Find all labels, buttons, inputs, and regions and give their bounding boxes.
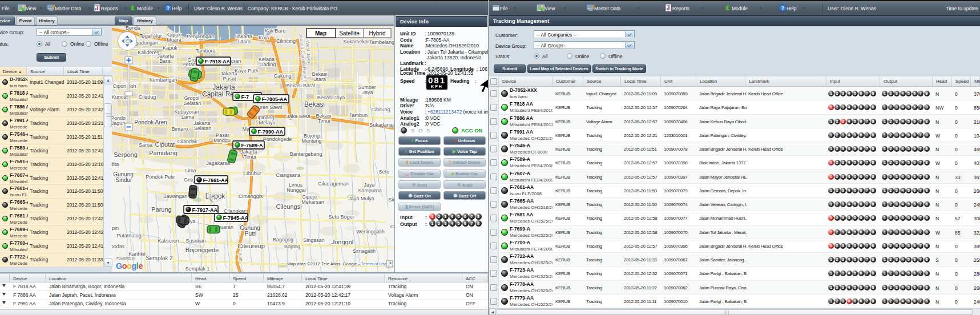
svg-text:Setu: Setu xyxy=(379,169,390,175)
svg-text:Tambelang: Tambelang xyxy=(369,39,394,45)
svg-text:Jaya: Jaya xyxy=(362,90,373,95)
svg-text:POWERED BY: POWERED BY xyxy=(116,257,136,260)
svg-text:Tambora: Tambora xyxy=(195,48,215,54)
svg-text:Pusat: Pusat xyxy=(223,76,236,82)
svg-text:Jagakarsa: Jagakarsa xyxy=(206,160,230,166)
svg-text:Minggu: Minggu xyxy=(213,138,231,143)
svg-text:Sirnagalih: Sirnagalih xyxy=(353,248,376,254)
svg-text:Muara: Muara xyxy=(167,37,182,43)
svg-text:(toll): (toll) xyxy=(237,252,243,262)
svg-text:gadungan: gadungan xyxy=(135,40,158,46)
svg-text:Timur: Timur xyxy=(318,118,331,124)
svg-text:Timur: Timur xyxy=(244,154,257,160)
svg-text:Hybrid: Hybrid xyxy=(369,30,386,37)
svg-text:Kapuk: Kapuk xyxy=(163,45,178,51)
svg-text:Putri: Putri xyxy=(245,231,257,237)
svg-text:Susukan: Susukan xyxy=(185,238,205,244)
svg-text:Serpong: Serpong xyxy=(114,151,138,158)
svg-text:Kayu Puth: Kayu Puth xyxy=(235,68,259,74)
svg-text:F-7: F-7 xyxy=(241,94,249,100)
svg-text:Sawangan: Sawangan xyxy=(163,193,188,199)
svg-text:Melayu: Melayu xyxy=(259,120,275,126)
svg-text:Grog: Grog xyxy=(184,177,195,183)
svg-text:Cipon doh: Cipon doh xyxy=(112,83,136,89)
svg-text:ibodas: ibodas xyxy=(112,244,125,249)
svg-text:Mekarsari: Mekarsari xyxy=(301,199,324,205)
svg-text:Pondok Aren: Pondok Aren xyxy=(134,119,167,126)
svg-text:Cilincing: Cilincing xyxy=(276,38,296,44)
svg-text:Cimanggis: Cimanggis xyxy=(239,193,263,199)
svg-text:Bojong: Bojong xyxy=(284,244,300,249)
svg-text:Sindur: Sindur xyxy=(116,177,133,183)
svg-text:Satellite: Satellite xyxy=(339,30,360,37)
svg-text:Tambun: Tambun xyxy=(349,112,368,118)
svg-text:Pamulang: Pamulang xyxy=(149,150,178,156)
svg-text:Tegal Alur: Tegal Alur xyxy=(139,33,162,39)
svg-text:Setu Bogor: Setu Bogor xyxy=(328,214,354,220)
svg-text:Semplak 1: Semplak 1 xyxy=(185,266,210,272)
svg-text:F-7661-AA: F-7661-AA xyxy=(203,177,229,183)
svg-text:Bagogog: Bagogog xyxy=(273,237,293,243)
svg-text:Cilandak: Cilandak xyxy=(177,139,197,144)
svg-text:F-7917-AA: F-7917-AA xyxy=(192,207,218,213)
svg-text:Barat: Barat xyxy=(159,58,172,64)
svg-text:Jaya: Jaya xyxy=(364,182,374,188)
svg-text:Ciangsana: Ciangsana xyxy=(276,172,300,178)
svg-text:Cikarageman: Cikarageman xyxy=(318,181,349,187)
svg-text:Cibitung: Cibitung xyxy=(371,107,390,112)
svg-text:Capital Re: Capital Re xyxy=(202,90,234,98)
svg-text:?: ? xyxy=(167,5,170,11)
svg-text:dita: dita xyxy=(112,161,119,167)
svg-text:Sukadanau: Sukadanau xyxy=(369,122,394,128)
svg-text:F-7805-AA: F-7805-AA xyxy=(262,96,288,102)
svg-text:F-7589-A: F-7589-A xyxy=(241,143,264,148)
svg-text:Weninggalih: Weninggalih xyxy=(356,229,384,235)
svg-text:Jagun: Jagun xyxy=(112,120,125,126)
svg-text:Gading: Gading xyxy=(259,62,276,67)
svg-text:Putatnutug: Putatnutug xyxy=(116,233,142,239)
svg-text:Bojonggede: Bojonggede xyxy=(185,247,219,253)
svg-text:Benda: Benda xyxy=(126,26,140,31)
svg-text:Bekasi: Bekasi xyxy=(304,100,325,108)
svg-text:Cileungsi: Cileungsi xyxy=(276,203,301,210)
svg-text:Lima: Lima xyxy=(185,168,196,173)
svg-text:Semplak 2: Semplak 2 xyxy=(146,255,173,261)
svg-text:Ciputat: Ciputat xyxy=(155,141,175,148)
svg-text:F-7990-AA: F-7990-AA xyxy=(258,129,284,135)
svg-text:Selatan: Selatan xyxy=(194,126,212,131)
svg-text:Sampurna: Sampurna xyxy=(358,188,382,193)
svg-text:Pondok Petir: Pondok Petir xyxy=(146,174,175,180)
svg-text:Karihkil: Karihkil xyxy=(128,251,146,257)
svg-text:Kalisuren: Kalisuren xyxy=(158,238,179,244)
svg-text:Bekasi Jaya: Bekasi Jaya xyxy=(317,95,345,100)
svg-text:Cakung: Cakung xyxy=(273,73,291,79)
svg-text:Selatan: Selatan xyxy=(184,100,201,106)
svg-text:Bantargebang: Bantargebang xyxy=(290,151,322,157)
svg-text:Sukamekar: Sukamekar xyxy=(343,39,369,45)
svg-text:Menteng: Menteng xyxy=(301,138,321,144)
svg-text:Utara: Utara xyxy=(238,39,251,45)
svg-text:Nunggal: Nunggal xyxy=(287,187,306,193)
svg-text:Lama: Lama xyxy=(182,114,195,120)
svg-text:Jaya Mulya: Jaya Mulya xyxy=(348,196,374,201)
svg-text:Sir: Sir xyxy=(389,197,394,203)
svg-text:Singasari: Singasari xyxy=(303,237,325,243)
svg-text:Koja: Koja xyxy=(259,35,269,41)
svg-text:Kalideres: Kalideres xyxy=(138,50,159,55)
svg-text:Utara: Utara xyxy=(313,76,326,82)
svg-text:Pondokgede: Pondokgede xyxy=(263,136,292,142)
svg-text:Google: Google xyxy=(116,261,143,270)
svg-text:pin: pin xyxy=(112,225,119,231)
svg-text:Ciledug: Ciledug xyxy=(139,94,156,100)
svg-text:Map data ©2012 Tele Atlas, Goo: Map data ©2012 Tele Atlas, Google - Term… xyxy=(287,261,387,266)
svg-text:Jaka Sesa: Jaka Sesa xyxy=(287,114,310,119)
svg-text:Cibubur: Cibubur xyxy=(243,171,261,176)
svg-text:Jonggol: Jonggol xyxy=(332,239,354,245)
svg-text:F-7918-AA: F-7918-AA xyxy=(205,59,231,64)
svg-text:Bintaro: Bintaro xyxy=(172,126,188,132)
svg-text:Penjaringan: Penjaringan xyxy=(187,34,214,39)
svg-text:Citeureup: Citeureup xyxy=(237,243,265,249)
svg-text:Map: Map xyxy=(315,30,326,37)
svg-text:Sarua: Sarua xyxy=(139,142,152,148)
svg-text:F-7945-AA: F-7945-AA xyxy=(223,215,249,221)
